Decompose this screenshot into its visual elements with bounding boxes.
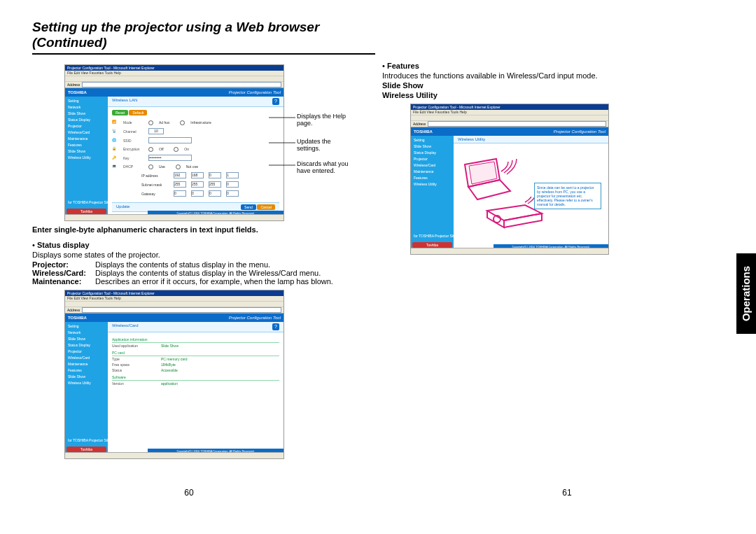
sidebar-item[interactable]: Status Display (412, 150, 452, 155)
sidebar-item[interactable]: Features (66, 142, 106, 148)
help-icon[interactable]: ? (272, 98, 279, 105)
config-sidebar: Setting Network Slide Show Status Displa… (65, 97, 108, 216)
main-title: Wireless/Card (112, 323, 139, 330)
sidebar-item[interactable]: Features (412, 175, 452, 181)
ip-input[interactable]: 192 (174, 172, 186, 178)
key-input[interactable]: •••••••••• (148, 155, 192, 161)
sidebar-item[interactable]: Status Display (66, 342, 106, 348)
toshiba-button[interactable]: Toshiba (66, 209, 106, 214)
info-val: Slide Show (161, 344, 178, 348)
radio[interactable] (176, 164, 181, 169)
sidebar-item[interactable]: Wireless/Card (412, 162, 452, 168)
page-number-left: 60 (0, 488, 378, 498)
features-desc: Introduces the functions available in Wi… (382, 71, 683, 80)
toshiba-button[interactable]: Toshiba (66, 447, 106, 452)
sidebar-item[interactable]: Projector (66, 349, 106, 354)
mask-input[interactable]: 255 (209, 181, 221, 188)
radio[interactable] (180, 120, 185, 125)
callout-update: Updates the settings. (297, 139, 353, 153)
sidebar-item[interactable]: Wireless/Card (66, 129, 106, 135)
sidebar-item[interactable]: Slide Show (412, 143, 452, 149)
opt: Not use (186, 164, 198, 169)
sidebar-item[interactable]: Setting (412, 137, 452, 143)
radio[interactable] (174, 147, 178, 152)
section-title: Application information (112, 337, 279, 343)
toshiba-button[interactable]: Toshiba (412, 242, 452, 248)
sidebar-item[interactable]: Setting (66, 323, 106, 329)
address-input[interactable] (428, 121, 606, 127)
mode-label: Mode (123, 120, 144, 125)
address-input[interactable] (82, 82, 281, 87)
radio[interactable] (148, 147, 153, 152)
ip-input[interactable]: 1 (226, 172, 239, 178)
ssid-label: SSID (123, 139, 144, 143)
opt: Use (159, 164, 165, 169)
channel-icon: 📡 (112, 129, 119, 134)
browser-toolbar (65, 76, 284, 82)
sidebar-item[interactable]: Slide Show (66, 111, 106, 116)
sidebar-item[interactable]: Wireless Utility (66, 380, 106, 386)
browser-menubar: File Edit View Favorites Tools Help (65, 296, 284, 302)
def-wireless-val: Displays the contents of status display … (95, 269, 340, 277)
sidebar-item[interactable]: Maintenance (412, 169, 452, 174)
ssid-input[interactable] (148, 137, 192, 143)
info-key: Status (112, 368, 161, 372)
radio[interactable] (148, 120, 153, 125)
ip-input[interactable]: 0 (209, 172, 221, 178)
default-button[interactable]: Default (129, 110, 147, 115)
address-input[interactable] (82, 307, 281, 313)
def-wireless-label: Wireless/Card: (32, 269, 95, 277)
gw-input[interactable]: 0 (191, 190, 204, 197)
browser-menubar: File Edit View Favorites Tools Help (411, 110, 608, 115)
sidebar-item[interactable]: Slide Show (66, 148, 106, 154)
key-icon: 🔑 (112, 155, 119, 161)
sidebar-item[interactable]: Wireless/Card (66, 355, 106, 360)
address-label: Address (67, 83, 80, 87)
tool-label: Projector Configuration Tool (229, 316, 281, 320)
sidebar-item[interactable]: Slide Show (66, 336, 106, 342)
def-maintenance-label: Maintenance: (32, 277, 95, 286)
def-projector-label: Projector: (32, 260, 95, 269)
send-button[interactable]: Send (241, 204, 256, 210)
gw-input[interactable]: 0 (174, 190, 186, 197)
info-key: Version (112, 381, 161, 386)
info-val: Accessible (161, 368, 178, 372)
sidebar-item[interactable]: Maintenance (66, 136, 106, 141)
ip-input[interactable]: 168 (191, 172, 204, 178)
sidebar-item[interactable]: Features (66, 367, 106, 373)
browser-menubar: File Edit View Favorites Tools Help (65, 71, 284, 76)
brand-logo: TOSHIBA (68, 90, 87, 94)
sidebar-item[interactable]: Setting (66, 98, 106, 104)
channel-input[interactable]: 10 (148, 128, 164, 134)
browser-statusbar (411, 248, 608, 254)
callout-help: Displays the Help page. (297, 113, 353, 127)
sidebar-item[interactable]: Network (66, 330, 106, 335)
sidebar-item[interactable]: Network (66, 104, 106, 110)
radio[interactable] (148, 164, 153, 169)
cancel-button[interactable]: Cancel (257, 204, 275, 210)
dhcp-label: DHCP (123, 164, 144, 169)
gw-input[interactable]: 0 (226, 190, 239, 197)
mask-input[interactable]: 255 (191, 181, 204, 188)
gw-input[interactable]: 0 (209, 190, 221, 197)
sidebar-item[interactable]: Wireless Utility (66, 155, 106, 160)
help-icon[interactable]: ? (272, 323, 279, 330)
dhcp-icon: 💻 (112, 164, 119, 169)
slide-show-label: Slide Show (382, 81, 424, 90)
sidebar-item[interactable]: Projector (66, 123, 106, 129)
mask-input[interactable]: 0 (226, 181, 239, 188)
reset-button[interactable]: Reset (112, 110, 128, 115)
mask-input[interactable]: 255 (174, 181, 186, 188)
section-title: PC card (112, 350, 279, 356)
info-key: Type (112, 357, 161, 361)
sidebar-item[interactable]: Projector (412, 156, 452, 162)
ip-label: IP address (141, 174, 169, 178)
sidebar-item[interactable]: Wireless Utility (412, 181, 452, 187)
sidebar-item[interactable]: Status Display (66, 117, 106, 122)
address-label: Address (67, 308, 80, 312)
info-key: Used application (112, 344, 161, 348)
opt: Ad hoc (159, 120, 170, 125)
browser-toolbar (411, 115, 608, 121)
sidebar-item[interactable]: Maintenance (66, 361, 106, 367)
sidebar-item[interactable]: Slide Show (66, 374, 106, 379)
